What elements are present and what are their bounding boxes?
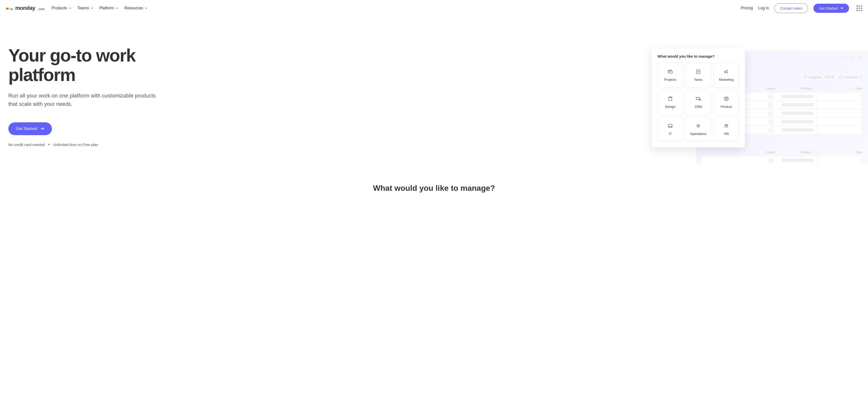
arrow-right-icon bbox=[40, 126, 44, 131]
svg-point-0 bbox=[6, 7, 9, 10]
svg-point-8 bbox=[770, 95, 771, 96]
svg-point-2 bbox=[11, 8, 13, 10]
nav-label: Teams bbox=[78, 6, 89, 10]
tile-it[interactable]: IT bbox=[657, 117, 683, 142]
bell-icon bbox=[843, 56, 847, 60]
chevron-down-icon bbox=[69, 7, 71, 9]
marketing-icon bbox=[724, 69, 729, 74]
get-started-button[interactable]: Get Started bbox=[813, 4, 849, 13]
hero-note: No credit card needed ✦ Unlimited time o… bbox=[8, 143, 166, 147]
site-header: monday .com Products Teams Platform Reso… bbox=[0, 0, 868, 16]
tile-label: Operations bbox=[690, 132, 706, 136]
section2-title: What would you like to manage? bbox=[0, 184, 868, 193]
tile-marketing[interactable]: Marketing bbox=[714, 63, 739, 87]
timeline-pill bbox=[782, 95, 814, 98]
svg-point-19 bbox=[699, 99, 701, 100]
col-date: Date bbox=[856, 87, 862, 90]
svg-point-9 bbox=[770, 104, 771, 105]
svg-rect-3 bbox=[851, 57, 854, 59]
nav-label: Platform bbox=[99, 6, 114, 10]
apps-menu-icon[interactable] bbox=[857, 5, 862, 11]
tasks-icon bbox=[695, 69, 701, 74]
svg-point-12 bbox=[770, 129, 771, 130]
svg-point-7 bbox=[839, 76, 842, 78]
nav-platform[interactable]: Platform bbox=[99, 6, 119, 10]
projects-icon bbox=[668, 69, 673, 74]
hero-left: Your go-to work platform Run all your wo… bbox=[8, 46, 166, 154]
button-label: Get Started bbox=[16, 126, 37, 131]
main-nav: Products Teams Platform Resources bbox=[52, 6, 741, 10]
table-row[interactable] bbox=[702, 156, 862, 164]
note-left: No credit card needed bbox=[8, 143, 45, 147]
logo[interactable]: monday .com bbox=[6, 5, 45, 11]
note-right: Unlimited time on Free plan bbox=[53, 143, 98, 147]
avatars-stack bbox=[826, 75, 835, 79]
integrate-tool[interactable]: Integrate bbox=[804, 75, 821, 79]
svg-rect-16 bbox=[696, 70, 700, 73]
col-date: Date bbox=[856, 150, 862, 154]
tile-label: Projects bbox=[664, 78, 676, 82]
svg-rect-20 bbox=[669, 124, 672, 126]
tool-label: Automate / 2 bbox=[844, 75, 862, 79]
owner-avatar-icon bbox=[768, 119, 774, 124]
column-headers: Owner Timeline Date bbox=[702, 150, 862, 154]
contact-sales-button[interactable]: Contact sales bbox=[774, 3, 808, 13]
right-nav: Pricing Log in Contact sales Get Started bbox=[741, 3, 862, 13]
sparkle-icon: ✦ bbox=[48, 143, 50, 146]
svg-point-11 bbox=[770, 121, 771, 122]
logo-suffix: .com bbox=[38, 7, 44, 11]
automate-tool[interactable]: Automate / 2 bbox=[839, 75, 862, 79]
automate-icon bbox=[839, 75, 842, 79]
nav-teams[interactable]: Teams bbox=[78, 6, 93, 10]
tool-label: Integrate bbox=[809, 75, 821, 79]
nav-label: Resources bbox=[124, 6, 143, 10]
arrow-right-icon bbox=[840, 6, 844, 10]
chevron-down-icon bbox=[145, 7, 148, 9]
tile-label: CRM bbox=[694, 105, 702, 109]
tile-label: Product bbox=[721, 105, 732, 109]
tile-label: Design bbox=[665, 105, 675, 109]
svg-point-1 bbox=[8, 7, 10, 10]
nav-resources[interactable]: Resources bbox=[124, 6, 147, 10]
tile-operations[interactable]: Operations bbox=[685, 117, 711, 142]
owner-avatar-icon bbox=[768, 94, 774, 99]
owner-avatar-icon bbox=[768, 127, 774, 133]
tile-tasks[interactable]: Tasks bbox=[685, 63, 711, 87]
svg-rect-15 bbox=[669, 71, 672, 73]
login-link[interactable]: Log in bbox=[758, 6, 769, 10]
svg-point-4 bbox=[860, 56, 861, 58]
tile-projects[interactable]: Projects bbox=[657, 63, 683, 87]
hero-subtitle: Run all your work on one platform with c… bbox=[8, 92, 166, 108]
owner-avatar-icon bbox=[768, 102, 774, 108]
manage-card: What would you like to manage? Projects … bbox=[652, 48, 745, 147]
manage-tiles: Projects Tasks Marketing Design CRM bbox=[657, 63, 739, 142]
tile-product[interactable]: Product bbox=[714, 90, 739, 115]
design-icon bbox=[668, 96, 673, 101]
col-owner: Owner bbox=[763, 150, 778, 154]
tile-label: HR bbox=[724, 132, 729, 136]
timeline-pill bbox=[782, 128, 814, 132]
owner-avatar-icon bbox=[768, 157, 774, 163]
tile-crm[interactable]: CRM bbox=[685, 90, 711, 115]
pricing-link[interactable]: Pricing bbox=[741, 6, 753, 10]
chevron-down-icon bbox=[115, 7, 118, 9]
col-timeline: Timeline bbox=[790, 87, 822, 90]
hero-section: Your go-to work platform Run all your wo… bbox=[0, 16, 868, 154]
tile-hr[interactable]: HR bbox=[714, 117, 739, 142]
chevron-down-icon bbox=[91, 7, 93, 9]
timeline-pill bbox=[782, 158, 814, 162]
nav-products[interactable]: Products bbox=[52, 6, 71, 10]
svg-rect-18 bbox=[696, 97, 700, 99]
logo-mark-icon bbox=[6, 6, 13, 10]
nav-label: Products bbox=[52, 6, 67, 10]
tile-label: IT bbox=[669, 132, 672, 136]
tile-design[interactable]: Design bbox=[657, 90, 683, 115]
col-timeline: Timeline bbox=[790, 150, 822, 154]
product-icon bbox=[724, 96, 729, 101]
owner-avatar-icon bbox=[768, 111, 774, 116]
hero-visual: ng Kanban + Integrate bbox=[652, 48, 868, 164]
integrate-icon bbox=[804, 75, 807, 79]
hero-get-started-button[interactable]: Get Started bbox=[8, 122, 52, 135]
person-icon bbox=[858, 56, 862, 60]
svg-point-22 bbox=[725, 124, 726, 125]
